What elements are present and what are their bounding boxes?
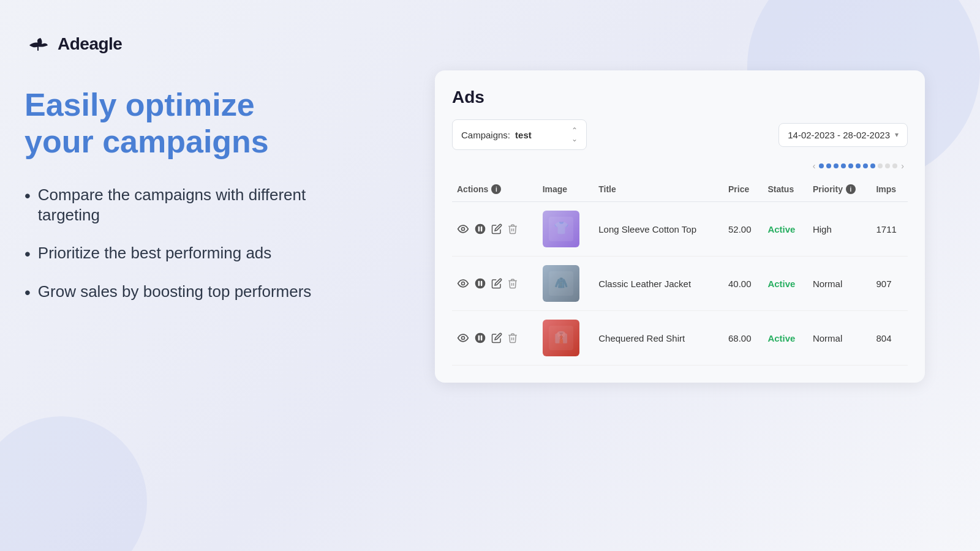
logo-icon xyxy=(24,31,51,58)
action-buttons xyxy=(457,332,533,344)
product-image-1: 👕 xyxy=(543,211,579,247)
campaign-label: Campaigns: xyxy=(461,130,510,140)
right-panel: Ads Campaigns: test ⌃⌄ 14-02-2023 - 28-0… xyxy=(435,70,925,383)
svg-point-0 xyxy=(462,228,465,231)
row1-title: Long Sleeve Cotton Top xyxy=(594,202,723,257)
filters-row: Campaigns: test ⌃⌄ 14-02-2023 - 28-02-20… xyxy=(452,119,908,150)
priority-info-icon[interactable]: i xyxy=(846,184,856,194)
row1-image: 👕 xyxy=(538,202,594,257)
table-row: 🧥 Classic Leather Jacket 40.00 Active No… xyxy=(452,257,908,311)
row3-status: Active xyxy=(763,311,807,365)
col-header-status: Status xyxy=(763,178,807,202)
status-badge-1: Active xyxy=(767,224,795,234)
product-image-3: 👔 xyxy=(543,320,579,356)
row3-actions xyxy=(452,311,538,365)
row1-status: Active xyxy=(763,202,807,257)
row3-image: 👔 xyxy=(538,311,594,365)
svg-rect-9 xyxy=(481,281,483,286)
delete-icon[interactable] xyxy=(507,223,518,234)
row1-priority: High xyxy=(808,202,872,257)
col-header-image: Image xyxy=(538,178,594,202)
pagination-row: ‹ › xyxy=(452,161,908,171)
svg-rect-15 xyxy=(481,335,483,340)
view-icon[interactable] xyxy=(457,332,469,344)
feature-list: Compare the campaigns with different tar… xyxy=(24,185,343,304)
actions-info-icon[interactable]: i xyxy=(491,184,501,194)
bullet-item-3: Grow sales by boosting top performers xyxy=(24,282,343,303)
pag-dot-8[interactable] xyxy=(870,163,875,168)
pag-dot-10[interactable] xyxy=(885,163,890,168)
bullet-item-1: Compare the campaigns with different tar… xyxy=(24,185,343,227)
col-header-priority: Priority i xyxy=(808,178,872,202)
pag-dot-1[interactable] xyxy=(819,163,824,168)
row2-actions xyxy=(452,257,538,311)
row2-priority: Normal xyxy=(808,257,872,311)
edit-icon[interactable] xyxy=(491,332,502,343)
product-image-2: 🧥 xyxy=(543,265,579,302)
row1-actions xyxy=(452,202,538,257)
svg-point-12 xyxy=(462,337,465,340)
row1-imps: 1711 xyxy=(871,202,908,257)
pause-icon[interactable] xyxy=(474,332,486,344)
status-badge-2: Active xyxy=(767,279,795,289)
col-header-imps: Imps xyxy=(871,178,908,202)
date-range-select[interactable]: 14-02-2023 - 28-02-2023 ▾ xyxy=(778,123,908,147)
ads-table: Actions i Image Title Price Status xyxy=(452,178,908,365)
campaign-value: test xyxy=(515,130,532,140)
svg-point-1 xyxy=(475,224,486,234)
svg-point-7 xyxy=(475,279,486,289)
svg-point-6 xyxy=(462,282,465,285)
headline-text: Easily optimizeyour campaigns xyxy=(24,87,269,159)
pause-icon[interactable] xyxy=(474,277,486,290)
delete-icon[interactable] xyxy=(507,278,518,289)
table-row: 👕 Long Sleeve Cotton Top 52.00 Active Hi… xyxy=(452,202,908,257)
left-panel: Adeagle Easily optimizeyour campaigns Co… xyxy=(24,31,343,303)
view-icon[interactable] xyxy=(457,223,469,235)
row3-title: Chequered Red Shirt xyxy=(594,311,723,365)
pag-dot-6[interactable] xyxy=(856,163,861,168)
ads-title: Ads xyxy=(452,88,908,107)
action-buttons xyxy=(457,277,533,290)
bullet-item-2: Prioritize the best performing ads xyxy=(24,243,343,264)
ads-card: Ads Campaigns: test ⌃⌄ 14-02-2023 - 28-0… xyxy=(435,70,925,383)
row2-status: Active xyxy=(763,257,807,311)
row3-price: 68.00 xyxy=(723,311,763,365)
status-badge-3: Active xyxy=(767,333,795,343)
svg-rect-3 xyxy=(481,227,483,231)
row2-price: 40.00 xyxy=(723,257,763,311)
pagination-next-icon[interactable]: › xyxy=(900,161,905,171)
campaign-select[interactable]: Campaigns: test ⌃⌄ xyxy=(452,119,587,150)
col-header-price: Price xyxy=(723,178,763,202)
delete-icon[interactable] xyxy=(507,332,518,343)
edit-icon[interactable] xyxy=(491,223,502,234)
col-header-title: Title xyxy=(594,178,723,202)
pag-dot-3[interactable] xyxy=(834,163,839,168)
table-body: 👕 Long Sleeve Cotton Top 52.00 Active Hi… xyxy=(452,202,908,365)
row1-price: 52.00 xyxy=(723,202,763,257)
svg-point-13 xyxy=(475,333,486,343)
row3-priority: Normal xyxy=(808,311,872,365)
pagination-prev-icon[interactable]: ‹ xyxy=(812,161,817,171)
pause-icon[interactable] xyxy=(474,223,486,235)
row2-image: 🧥 xyxy=(538,257,594,311)
campaign-chevron-icon: ⌃⌄ xyxy=(571,126,578,143)
view-icon[interactable] xyxy=(457,277,469,290)
row2-title: Classic Leather Jacket xyxy=(594,257,723,311)
pag-dot-11[interactable] xyxy=(892,163,897,168)
pag-dot-7[interactable] xyxy=(863,163,868,168)
svg-rect-8 xyxy=(478,281,480,286)
pag-dot-9[interactable] xyxy=(878,163,883,168)
svg-rect-14 xyxy=(478,335,480,340)
date-range-value: 14-02-2023 - 28-02-2023 xyxy=(788,130,890,140)
pag-dot-5[interactable] xyxy=(848,163,853,168)
logo: Adeagle xyxy=(24,31,343,58)
edit-icon[interactable] xyxy=(491,278,502,289)
pag-dot-4[interactable] xyxy=(841,163,846,168)
svg-rect-2 xyxy=(478,227,480,231)
action-buttons xyxy=(457,223,533,235)
col-header-actions: Actions i xyxy=(452,178,538,202)
bg-decoration-bottom-left xyxy=(0,416,147,551)
pag-dot-2[interactable] xyxy=(826,163,831,168)
table-header: Actions i Image Title Price Status xyxy=(452,178,908,202)
table-row: 👔 Chequered Red Shirt 68.00 Active Norma… xyxy=(452,311,908,365)
